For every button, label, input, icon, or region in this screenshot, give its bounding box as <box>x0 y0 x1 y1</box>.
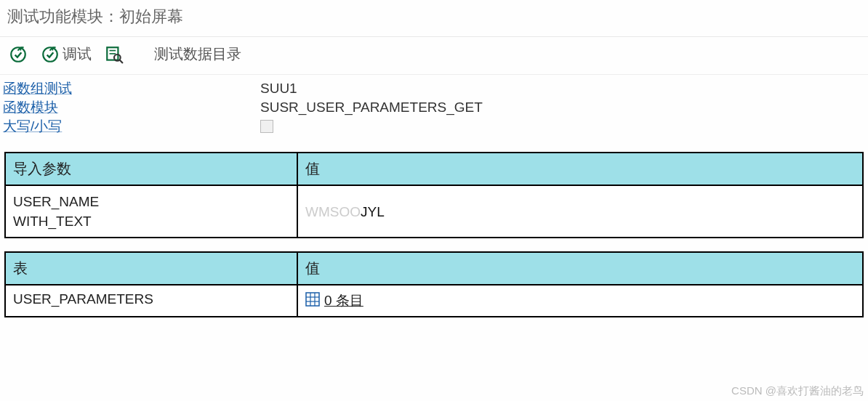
param-with-text: WITH_TEXT <box>13 211 289 231</box>
test-data-directory-button[interactable]: 测试数据目录 <box>154 44 241 64</box>
import-header-row: 导入参数 值 <box>6 153 862 186</box>
svg-rect-7 <box>306 293 319 306</box>
svg-line-6 <box>120 60 123 62</box>
table-body-row: USER_PARAMETERS 0 条目 <box>6 285 862 316</box>
function-info: 函数组测试 SUU1 函数模块 SUSR_USER_PARAMETERS_GET… <box>0 75 868 145</box>
page-title: 测试功能模块：初始屏幕 <box>0 0 868 37</box>
import-body-row: USER_NAME WITH_TEXT WMSOOJYL <box>6 186 862 237</box>
func-module-label[interactable]: 函数模块 <box>3 98 260 117</box>
func-module-value: SUSR_USER_PARAMETERS_GET <box>260 98 483 117</box>
tables-section: 表 值 USER_PARAMETERS 0 条目 <box>4 251 864 317</box>
table-param-name: USER_PARAMETERS <box>6 285 298 316</box>
table-header-left: 表 <box>6 253 298 284</box>
func-group-label[interactable]: 函数组测试 <box>3 79 260 98</box>
debug-button[interactable]: 调试 <box>41 44 92 64</box>
func-group-value: SUU1 <box>260 79 297 98</box>
table-header-right: 值 <box>298 253 862 284</box>
import-header-left: 导入参数 <box>6 153 298 185</box>
case-label[interactable]: 大写/小写 <box>3 117 260 136</box>
value-prefix-faded: WMSOO <box>305 204 361 219</box>
value-suffix: JYL <box>361 204 385 219</box>
import-header-right: 值 <box>298 153 862 185</box>
uppercase-lowercase-checkbox[interactable] <box>260 120 273 133</box>
entry-count-link[interactable]: 0 条目 <box>324 291 363 310</box>
user-name-value-field[interactable]: WMSOOJYL <box>305 202 385 222</box>
import-params-section: 导入参数 值 USER_NAME WITH_TEXT WMSOOJYL <box>4 152 864 238</box>
debug-label: 调试 <box>63 44 92 64</box>
table-param-value: 0 条目 <box>298 285 862 316</box>
table-header-row: 表 值 <box>6 253 862 285</box>
execute-icon[interactable] <box>9 45 28 64</box>
search-variant-icon[interactable] <box>105 45 124 64</box>
param-user-name: USER_NAME <box>13 192 289 211</box>
import-param-names: USER_NAME WITH_TEXT <box>6 186 298 237</box>
watermark-text: CSDN @喜欢打酱油的老鸟 <box>731 384 864 398</box>
toolbar: 调试 测试数据目录 <box>0 37 868 75</box>
import-param-values: WMSOOJYL <box>298 186 862 237</box>
table-grid-icon[interactable] <box>305 292 320 310</box>
with-text-value-field[interactable] <box>389 202 393 222</box>
